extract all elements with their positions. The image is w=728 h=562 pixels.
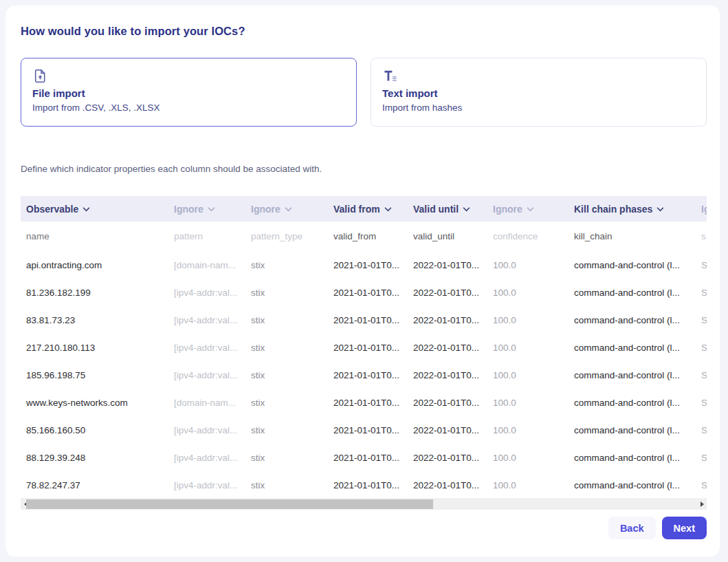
column-mapping-table: ObservableIgnoreIgnoreValid fromValid un… — [21, 196, 707, 499]
table-cell: [ipv4-addr:val... — [168, 453, 245, 463]
table-cell: S — [696, 480, 707, 490]
table-cell: [ipv4-addr:val... — [168, 370, 245, 380]
table-cell: 2022-01-01T0... — [408, 370, 487, 380]
column-header-2[interactable]: Ignore — [245, 204, 328, 215]
column-header-7[interactable]: Ignore — [696, 204, 707, 215]
table-cell: api.ontracting.com — [21, 260, 168, 270]
chevron-down-icon — [208, 207, 215, 212]
table-field-row: namepatternpattern_typevalid_fromvalid_u… — [21, 221, 707, 251]
table-cell: S — [696, 425, 707, 435]
table-cell: 2021-01-01T0... — [328, 370, 408, 380]
column-header-5[interactable]: Ignore — [487, 204, 569, 215]
column-header-label: Valid from — [333, 204, 380, 215]
next-button[interactable]: Next — [662, 517, 707, 539]
table-cell: stix — [245, 453, 328, 463]
back-button[interactable]: Back — [608, 517, 656, 539]
field-name-cell: name — [21, 231, 168, 241]
table-cell: [domain-nam... — [168, 260, 245, 270]
chevron-down-icon — [384, 207, 392, 212]
column-header-label: Observable — [26, 204, 78, 215]
table-cell: 100.0 — [487, 425, 569, 435]
table-cell: stix — [245, 425, 328, 435]
table-cell: [ipv4-addr:val... — [168, 425, 245, 435]
table-row: 88.129.39.248[ipv4-addr:val...stix2021-0… — [21, 444, 707, 471]
table-cell: 185.96.198.75 — [21, 370, 168, 380]
column-header-label: Ignore — [493, 204, 522, 215]
table-cell: S — [696, 370, 707, 380]
field-name-cell: valid_until — [408, 231, 487, 241]
column-header-label: Kill chain phases — [574, 204, 652, 215]
table-cell: stix — [245, 315, 328, 325]
table-cell: 2022-01-01T0... — [408, 398, 487, 408]
table-cell: 100.0 — [487, 288, 569, 298]
table-cell: [ipv4-addr:val... — [168, 343, 245, 353]
table-cell: S — [696, 260, 707, 270]
table-cell: 2022-01-01T0... — [408, 453, 487, 463]
chevron-down-icon — [657, 207, 664, 212]
table-cell: 88.129.39.248 — [21, 453, 168, 463]
table-row: 85.166.160.50[ipv4-addr:val...stix2021-0… — [21, 416, 707, 444]
file-upload-icon — [32, 68, 345, 87]
table-cell: command-and-control (l... — [569, 453, 696, 463]
table-cell: [domain-nam... — [168, 398, 245, 408]
file-import-card[interactable]: File import Import from .CSV, .XLS, .XLS… — [21, 58, 357, 127]
table-row: www.keys-networks.com[domain-nam...stix2… — [21, 389, 707, 416]
table-cell: command-and-control (l... — [569, 315, 696, 325]
table-cell: 85.166.160.50 — [21, 425, 168, 435]
table-cell: 2021-01-01T0... — [328, 425, 408, 435]
table-row: 185.96.198.75[ipv4-addr:val...stix2021-0… — [21, 361, 707, 389]
table-cell: 100.0 — [487, 480, 569, 490]
table-cell: command-and-control (l... — [569, 480, 696, 490]
table-cell: 100.0 — [487, 453, 569, 463]
text-lines-icon — [382, 68, 695, 87]
field-name-cell: pattern_type — [245, 231, 328, 241]
column-header-4[interactable]: Valid until — [408, 204, 487, 215]
field-name-cell: confidence — [487, 231, 569, 241]
table-cell: www.keys-networks.com — [21, 398, 168, 408]
mapping-description: Define which indicator properties each c… — [21, 164, 322, 174]
import-options: File import Import from .CSV, .XLS, .XLS… — [21, 58, 707, 127]
table-cell: S — [696, 453, 707, 463]
table-cell: 2021-01-01T0... — [328, 453, 408, 463]
field-name-cell: pattern — [168, 231, 245, 241]
table-cell: stix — [245, 288, 328, 298]
table-cell: stix — [245, 343, 328, 353]
text-import-title: Text import — [382, 87, 695, 99]
horizontal-scrollbar[interactable] — [21, 498, 707, 510]
scrollbar-thumb[interactable] — [26, 499, 433, 509]
table-cell: 100.0 — [487, 260, 569, 270]
table-cell: 2022-01-01T0... — [408, 315, 487, 325]
table-row: 81.236.182.199[ipv4-addr:val...stix2021-… — [21, 279, 707, 306]
table-cell: command-and-control (l... — [569, 370, 696, 380]
chevron-down-icon — [463, 207, 470, 212]
table-cell: 2021-01-01T0... — [328, 480, 408, 490]
table-cell: S — [696, 398, 707, 408]
column-header-0[interactable]: Observable — [21, 204, 168, 215]
table-cell: stix — [245, 480, 328, 490]
table-cell: 2022-01-01T0... — [408, 288, 487, 298]
text-import-card[interactable]: Text import Import from hashes — [371, 58, 707, 127]
field-name-cell: kill_chain — [569, 231, 696, 241]
scroll-right-arrow-icon[interactable] — [697, 498, 707, 510]
chevron-down-icon — [82, 207, 90, 212]
footer-actions: Back Next — [608, 517, 707, 539]
table-cell: 100.0 — [487, 343, 569, 353]
column-header-label: Ignore — [701, 204, 707, 215]
table-cell: 2022-01-01T0... — [408, 343, 487, 353]
table-cell: 217.210.180.113 — [21, 343, 168, 353]
table-cell: stix — [245, 370, 328, 380]
import-wizard-dialog: How would you like to import your IOCs? … — [5, 6, 720, 556]
table-cell: 2021-01-01T0... — [328, 343, 408, 353]
table-cell: command-and-control (l... — [569, 425, 696, 435]
file-import-title: File import — [32, 87, 345, 99]
table-cell: [ipv4-addr:val... — [168, 288, 245, 298]
column-header-3[interactable]: Valid from — [328, 204, 408, 215]
table-cell: S — [696, 315, 707, 325]
table-row: api.ontracting.com[domain-nam...stix2021… — [21, 251, 707, 279]
column-header-1[interactable]: Ignore — [168, 204, 245, 215]
column-header-6[interactable]: Kill chain phases — [569, 204, 696, 215]
table-row: 217.210.180.113[ipv4-addr:val...stix2021… — [21, 334, 707, 361]
table-cell: 100.0 — [487, 315, 569, 325]
table-cell: 2022-01-01T0... — [408, 480, 487, 490]
table-cell: stix — [245, 260, 328, 270]
